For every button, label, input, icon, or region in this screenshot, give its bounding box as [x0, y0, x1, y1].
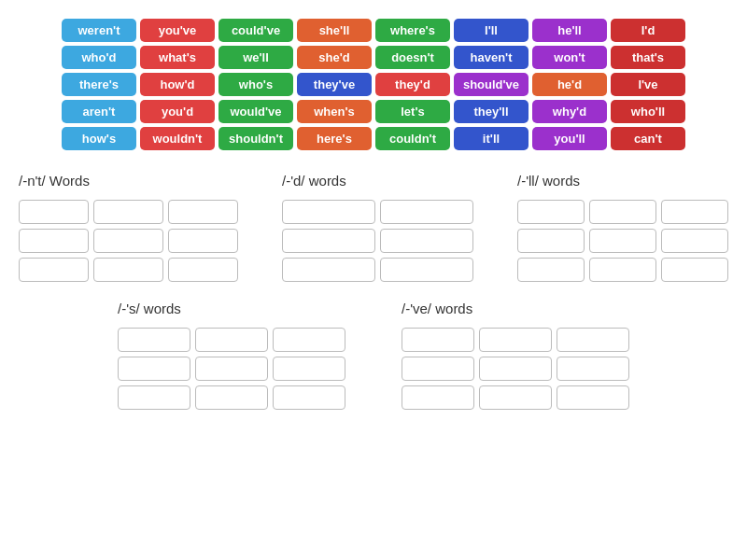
drop-cell[interactable]: [479, 328, 552, 352]
nt-drop-grid: [19, 200, 238, 282]
word-chip[interactable]: let's: [375, 100, 450, 123]
drop-cell[interactable]: [19, 200, 89, 224]
drop-cell[interactable]: [168, 200, 238, 224]
word-chip[interactable]: couldn't: [375, 127, 450, 150]
ve-drop-grid: [402, 328, 629, 410]
drop-cell[interactable]: [661, 229, 728, 253]
word-chip[interactable]: won't: [532, 46, 607, 69]
drop-cell[interactable]: [380, 229, 473, 253]
word-chip[interactable]: it'll: [454, 127, 529, 150]
word-chip[interactable]: can't: [611, 127, 685, 150]
drop-cell[interactable]: [517, 200, 585, 224]
category-s: /-'s/ words: [118, 301, 345, 410]
drop-cell[interactable]: [282, 229, 375, 253]
word-chip[interactable]: why'd: [532, 100, 607, 123]
word-chip[interactable]: that's: [611, 46, 685, 69]
top-categories-row: /-n't/ Words /-'d/ words /-'ll/ words: [19, 173, 728, 282]
drop-cell[interactable]: [557, 328, 629, 352]
word-chip[interactable]: weren't: [62, 19, 136, 42]
drop-cell[interactable]: [589, 229, 656, 253]
word-chip[interactable]: wouldn't: [140, 127, 215, 150]
word-chip[interactable]: she'll: [297, 19, 372, 42]
word-chip[interactable]: who's: [218, 73, 293, 96]
drop-cell[interactable]: [380, 200, 473, 224]
word-bank: weren'tyou'vecould'veshe'llwhere'sI'llhe…: [62, 19, 685, 150]
category-d: /-'d/ words: [282, 173, 473, 282]
word-chip[interactable]: shouldn't: [218, 127, 293, 150]
word-chip[interactable]: how'd: [140, 73, 215, 96]
category-nt-title: /-n't/ Words: [19, 173, 238, 189]
word-chip[interactable]: aren't: [62, 100, 136, 123]
word-chip[interactable]: where's: [375, 19, 450, 42]
drop-cell[interactable]: [282, 200, 375, 224]
drop-cell[interactable]: [195, 357, 268, 381]
category-ll: /-'ll/ words: [517, 173, 728, 282]
category-d-title: /-'d/ words: [282, 173, 473, 189]
drop-cell[interactable]: [402, 328, 474, 352]
category-ve-title: /-'ve/ words: [402, 301, 629, 316]
word-chip[interactable]: here's: [297, 127, 372, 150]
d-drop-grid: [282, 200, 473, 282]
drop-cell[interactable]: [589, 200, 656, 224]
drop-cell[interactable]: [479, 385, 552, 410]
drop-cell[interactable]: [118, 357, 190, 381]
drop-cell[interactable]: [402, 357, 474, 381]
word-chip[interactable]: he'll: [532, 19, 607, 42]
word-chip[interactable]: doesn't: [375, 46, 450, 69]
drop-cell[interactable]: [273, 328, 345, 352]
drop-cell[interactable]: [118, 385, 190, 410]
category-s-title: /-'s/ words: [118, 301, 345, 316]
drop-cell[interactable]: [661, 200, 728, 224]
word-chip[interactable]: there's: [62, 73, 136, 96]
word-chip[interactable]: he'd: [532, 73, 607, 96]
word-chip[interactable]: I've: [611, 73, 685, 96]
drop-cell[interactable]: [195, 328, 268, 352]
category-ve: /-'ve/ words: [402, 301, 629, 410]
word-chip[interactable]: when's: [297, 100, 372, 123]
drop-cell[interactable]: [661, 258, 728, 282]
word-chip[interactable]: would've: [218, 100, 293, 123]
drop-cell[interactable]: [168, 229, 238, 253]
s-drop-grid: [118, 328, 345, 410]
drop-cell[interactable]: [282, 258, 375, 282]
word-chip[interactable]: I'd: [611, 19, 685, 42]
drop-cell[interactable]: [19, 258, 89, 282]
bottom-categories-row: /-'s/ words /-'ve/ words: [118, 301, 629, 410]
word-chip[interactable]: she'd: [297, 46, 372, 69]
drop-cell[interactable]: [118, 328, 190, 352]
drop-cell[interactable]: [517, 258, 585, 282]
drop-cell[interactable]: [19, 229, 89, 253]
word-chip[interactable]: they'll: [454, 100, 529, 123]
drop-cell[interactable]: [517, 229, 585, 253]
drop-cell[interactable]: [93, 200, 163, 224]
drop-cell[interactable]: [380, 258, 473, 282]
word-chip[interactable]: they'd: [375, 73, 450, 96]
word-chip[interactable]: who'll: [611, 100, 685, 123]
drop-cell[interactable]: [557, 357, 629, 381]
drop-cell[interactable]: [168, 258, 238, 282]
category-ll-title: /-'ll/ words: [517, 173, 728, 189]
drop-cell[interactable]: [195, 385, 268, 410]
word-chip[interactable]: should've: [454, 73, 529, 96]
drop-cell[interactable]: [479, 357, 552, 381]
drop-cell[interactable]: [589, 258, 656, 282]
word-chip[interactable]: what's: [140, 46, 215, 69]
word-chip[interactable]: you'd: [140, 100, 215, 123]
word-chip[interactable]: who'd: [62, 46, 136, 69]
word-chip[interactable]: haven't: [454, 46, 529, 69]
drop-cell[interactable]: [273, 357, 345, 381]
word-chip[interactable]: how's: [62, 127, 136, 150]
word-chip[interactable]: we'll: [218, 46, 293, 69]
drop-cell[interactable]: [557, 385, 629, 410]
drop-cell[interactable]: [93, 229, 163, 253]
word-chip[interactable]: they've: [297, 73, 372, 96]
word-chip[interactable]: you've: [140, 19, 215, 42]
word-chip[interactable]: you'll: [532, 127, 607, 150]
drop-cell[interactable]: [93, 258, 163, 282]
word-chip[interactable]: I'll: [454, 19, 529, 42]
drop-cell[interactable]: [402, 385, 474, 410]
ll-drop-grid: [517, 200, 728, 282]
category-nt: /-n't/ Words: [19, 173, 238, 282]
word-chip[interactable]: could've: [218, 19, 293, 42]
drop-cell[interactable]: [273, 385, 345, 410]
